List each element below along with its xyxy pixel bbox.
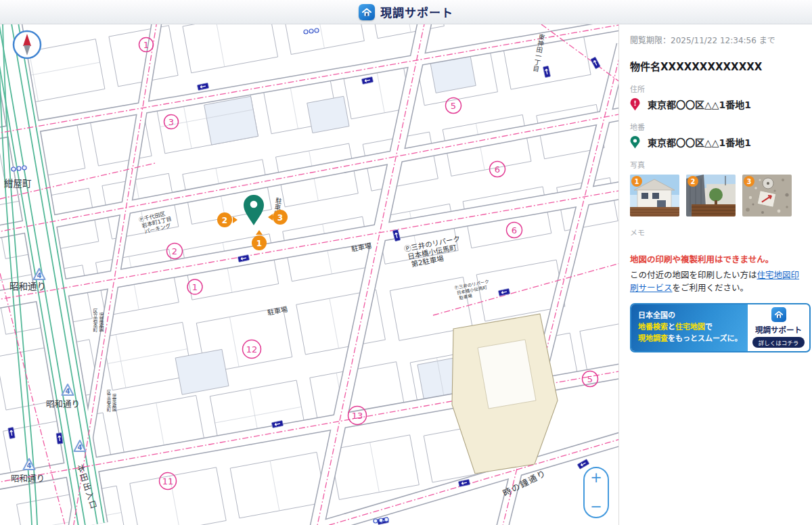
address-pin-icon xyxy=(630,98,640,111)
svg-text:2: 2 xyxy=(222,216,227,225)
photo-marker-1[interactable]: 1 xyxy=(252,230,267,250)
label-jido-park-2: 区立岩本町 児童遊園 xyxy=(106,390,116,413)
lot-pin-icon xyxy=(630,136,640,149)
svg-text:4: 4 xyxy=(78,444,83,451)
map-zoom-control: + − xyxy=(583,467,609,518)
svg-text:4: 4 xyxy=(66,388,70,395)
photo-thumbnail-1[interactable]: 1 xyxy=(630,175,679,216)
photo-2-badge: 2 xyxy=(687,176,698,187)
print-info-prefix: この付近の地図を印刷したい方は xyxy=(630,270,757,280)
circled-number: 13 xyxy=(352,411,363,421)
label-showa-dori-2: 昭和通り xyxy=(46,399,80,409)
label-konyacho: 紺屋町 xyxy=(4,178,32,189)
circled-number: 12 xyxy=(246,344,258,355)
landmark-building xyxy=(452,314,558,474)
banner-hl-map: 住宅地図 xyxy=(675,323,705,332)
zoom-out-button[interactable]: − xyxy=(585,500,608,514)
photo-thumbnail-3[interactable]: 3 xyxy=(742,175,792,216)
view-expiry: 閲覧期限：2025/11/22 12:34:56 まで xyxy=(630,34,801,45)
road-sign-icon xyxy=(591,57,601,69)
svg-text:4: 4 xyxy=(37,272,42,279)
compass-icon[interactable] xyxy=(14,31,41,58)
photo-list: 1 2 xyxy=(630,175,801,216)
print-warning-text: 地図の印刷や複製利用はできません。 xyxy=(630,252,801,265)
photo-1-badge: 1 xyxy=(631,176,642,187)
property-sidebar: 閲覧期限：2025/11/22 12:34:56 まで 物件名XXXXXXXXX… xyxy=(619,24,812,525)
promo-banner-copy: 日本全国の 地番検索と住宅地図で 現地調査をもっとスムーズに。 xyxy=(631,304,748,351)
app-header: 現調サポート xyxy=(0,0,812,24)
circled-number: 6 xyxy=(512,225,517,235)
zoom-in-button[interactable]: + xyxy=(585,471,608,485)
lot-label: 地番 xyxy=(630,121,801,132)
photo-3-badge: 3 xyxy=(744,176,754,187)
app-title: 現調サポート xyxy=(380,3,453,20)
photos-label: 写真 xyxy=(630,159,801,170)
print-info-suffix: をご利用ください。 xyxy=(673,283,749,293)
road-sign-icon xyxy=(577,459,589,470)
app: 現調サポート xyxy=(0,0,812,525)
circled-number: 6 xyxy=(495,164,500,175)
photo-marker-3[interactable]: 3 xyxy=(268,210,288,225)
promo-banner[interactable]: 日本全国の 地番検索と住宅地図で 現地調査をもっとスムーズに。 現調サポート 詳… xyxy=(630,303,811,352)
circled-number: 11 xyxy=(162,476,174,486)
house-icon xyxy=(361,7,372,18)
circled-number: 2 xyxy=(172,246,177,256)
banner-hl-survey: 現地調査 xyxy=(638,334,668,343)
banner-hl-chiban: 地番検索 xyxy=(638,323,668,332)
road-sign-icon xyxy=(56,433,63,444)
app-logo-icon xyxy=(359,4,375,20)
label-showa-dori-1: 昭和通り xyxy=(9,281,46,292)
svg-text:3: 3 xyxy=(277,213,283,223)
label-showa-dori-3: 昭和通り xyxy=(11,474,45,484)
house-icon xyxy=(774,310,784,319)
banner-line-2: 地番検索と住宅地図で xyxy=(638,321,748,333)
memo-label: メモ xyxy=(630,227,801,237)
road-sign-icon xyxy=(197,83,208,90)
banner-tail-2: で xyxy=(705,323,713,332)
banner-line-3: 現地調査をもっとスムーズに。 xyxy=(638,333,748,344)
svg-text:4: 4 xyxy=(27,462,32,470)
banner-app-icon xyxy=(771,307,786,322)
print-info-text: この付近の地図を印刷したい方は住宅地図印刷サービスをご利用ください。 xyxy=(630,269,801,295)
circled-number: 1 xyxy=(143,40,149,50)
svg-text:区立岩本町: 区立岩本町 xyxy=(92,309,98,332)
address-value: 東京都〇〇区△△1番地1 xyxy=(648,97,751,111)
address-label: 住所 xyxy=(630,83,801,94)
print-notice: 地図の印刷や複製利用はできません。 この付近の地図を印刷したい方は住宅地図印刷サ… xyxy=(630,252,801,295)
banner-brand-name: 現調サポート xyxy=(755,324,802,335)
map-canvas[interactable]: 紺屋町 昭和通り 昭和通り 昭和通り 本田出入口 時の鐘通り 駐車場 駐車場 xyxy=(0,24,619,525)
address-row: 東京都〇〇区△△1番地1 xyxy=(630,97,801,111)
svg-text:1: 1 xyxy=(256,239,262,248)
banner-line-1: 日本全国の xyxy=(638,310,748,321)
circled-number: 3 xyxy=(168,117,174,127)
promo-banner-brand: 現調サポート 詳しくはコチラ xyxy=(748,304,809,351)
lot-value: 東京都〇〇区△△1番地1 xyxy=(648,135,751,149)
circled-number: 5 xyxy=(587,374,593,384)
svg-text:児童遊園: 児童遊園 xyxy=(98,312,104,332)
circled-number: 1 xyxy=(192,282,198,292)
banner-cta-button[interactable]: 詳しくはコチラ xyxy=(752,337,805,348)
label-jido-park-1: 区立岩本町 児童遊園 xyxy=(92,309,104,332)
photo-thumbnail-2[interactable]: 2 xyxy=(686,175,736,216)
banner-sep: と xyxy=(668,323,675,332)
property-location-pin[interactable] xyxy=(244,195,264,225)
lot-row: 東京都〇〇区△△1番地1 xyxy=(630,135,801,149)
svg-text:児童遊園: 児童遊園 xyxy=(111,393,116,413)
circled-number: 5 xyxy=(451,101,456,111)
svg-text:区立岩本町: 区立岩本町 xyxy=(106,390,111,412)
property-name: 物件名XXXXXXXXXXXXX xyxy=(630,59,801,73)
banner-tail-3: をもっとスムーズに。 xyxy=(668,334,742,343)
map-svg: 紺屋町 昭和通り 昭和通り 昭和通り 本田出入口 時の鐘通り 駐車場 駐車場 xyxy=(0,24,619,525)
